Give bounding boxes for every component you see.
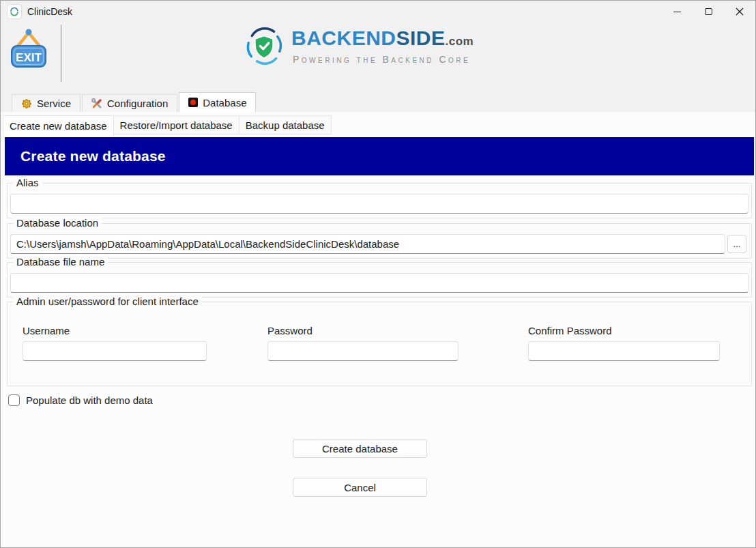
window-title: ClinicDesk xyxy=(27,6,72,17)
gear-icon xyxy=(21,98,32,109)
maximize-icon xyxy=(705,8,712,15)
tab-service[interactable]: Service xyxy=(12,94,81,112)
minimize-icon xyxy=(673,12,681,12)
brand-secondary: SIDE xyxy=(396,27,446,49)
exit-sign-icon: EXIT xyxy=(9,27,48,72)
database-location-label: Database location xyxy=(13,217,102,229)
populate-demo-data-option[interactable]: Populate db with demo data xyxy=(8,394,153,406)
tab-database[interactable]: Database xyxy=(179,92,256,112)
close-button[interactable] xyxy=(724,1,755,23)
password-input[interactable] xyxy=(267,341,459,361)
brand-primary: BACKEND xyxy=(291,27,396,49)
subtab-create-new-database[interactable]: Create new database xyxy=(3,115,114,136)
toolbar: EXIT BACKENDSIDE.com Powering the Backen… xyxy=(1,23,755,93)
svg-text:EXIT: EXIT xyxy=(16,51,42,64)
populate-demo-data-checkbox[interactable] xyxy=(8,394,20,406)
tab-configuration[interactable]: Configuration xyxy=(82,94,177,112)
brand-logo: BACKENDSIDE.com Powering the Backend Cor… xyxy=(245,27,474,65)
titlebar: ClinicDesk xyxy=(1,1,755,23)
app-window: ClinicDesk EXIT xyxy=(0,0,756,548)
password-label: Password xyxy=(267,325,459,336)
exit-button[interactable]: EXIT xyxy=(9,27,48,72)
browse-button[interactable]: ... xyxy=(727,235,746,253)
database-subtabs: Create new database Restore/Import datab… xyxy=(3,115,332,136)
subtab-backup-label: Backup database xyxy=(246,119,325,131)
create-database-button[interactable]: Create database xyxy=(293,439,427,458)
shield-check-icon xyxy=(245,27,283,65)
tab-database-label: Database xyxy=(203,97,246,109)
password-field: Password xyxy=(267,325,459,361)
username-label: Username xyxy=(23,325,207,336)
subtab-backup-database[interactable]: Backup database xyxy=(239,115,332,134)
brand-tagline: Powering the Backend Core xyxy=(293,54,474,65)
alias-input[interactable] xyxy=(10,194,748,214)
confirm-password-label: Confirm Password xyxy=(528,325,720,336)
confirm-password-input[interactable] xyxy=(528,341,720,361)
admin-credentials-groupbox: Admin user/password for client interface… xyxy=(7,302,752,386)
close-icon xyxy=(736,8,744,16)
tools-icon xyxy=(91,98,102,109)
subtab-restore-import-database[interactable]: Restore/Import database xyxy=(114,115,239,134)
brand-suffix: .com xyxy=(446,35,474,48)
main-tabs: Service Configuration Database xyxy=(1,93,755,112)
database-panel: Create new database Restore/Import datab… xyxy=(1,112,755,547)
database-icon xyxy=(188,98,198,107)
maximize-button[interactable] xyxy=(693,1,724,23)
database-filename-groupbox: Database file name xyxy=(7,262,752,298)
brand-text: BACKENDSIDE.com Powering the Backend Cor… xyxy=(291,27,474,65)
section-title: Create new database xyxy=(20,148,166,164)
window-controls xyxy=(661,1,755,23)
cancel-button[interactable]: Cancel xyxy=(293,478,427,497)
tab-configuration-label: Configuration xyxy=(107,98,168,109)
username-field: Username xyxy=(23,325,207,361)
confirm-password-field: Confirm Password xyxy=(528,325,720,361)
alias-label: Alias xyxy=(13,177,42,188)
tab-service-label: Service xyxy=(37,98,71,109)
alias-groupbox: Alias xyxy=(7,183,752,218)
app-logo-icon xyxy=(8,5,21,18)
username-input[interactable] xyxy=(23,341,207,361)
database-location-input[interactable] xyxy=(10,234,725,254)
populate-demo-data-label: Populate db with demo data xyxy=(26,394,153,406)
subtab-create-label: Create new database xyxy=(10,120,107,132)
admin-groupbox-label: Admin user/password for client interface xyxy=(13,295,202,307)
database-location-groupbox: Database location ... xyxy=(7,223,752,259)
section-header-banner: Create new database xyxy=(5,137,754,175)
database-filename-label: Database file name xyxy=(13,256,108,268)
minimize-button[interactable] xyxy=(661,1,693,23)
database-filename-input[interactable] xyxy=(10,273,748,293)
toolbar-divider xyxy=(61,25,61,82)
subtab-restore-label: Restore/Import database xyxy=(120,119,233,131)
